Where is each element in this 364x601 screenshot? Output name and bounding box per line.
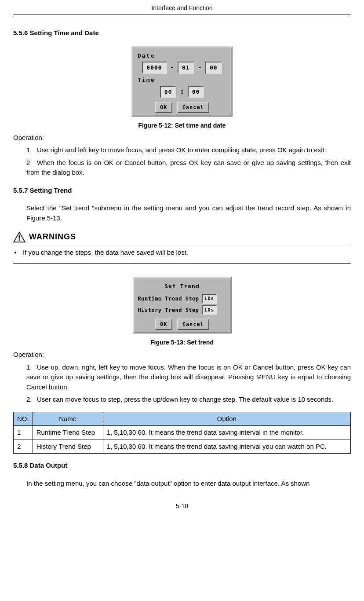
- td-no: 1: [14, 426, 33, 440]
- date-time-dialog: Date 0000 - 01 - 00 Time 00 : 00 OK Canc…: [131, 46, 233, 117]
- dialog-button-row: OK Cancel: [135, 102, 229, 113]
- date-sep-1: -: [170, 63, 174, 71]
- date-fields-row: 0000 - 01 - 00: [135, 62, 229, 74]
- warning-item: If you change the steps, the data have s…: [14, 248, 351, 258]
- heading-556: 5.5.6 Setting Time and Date: [13, 28, 351, 38]
- date-sep-2: -: [198, 63, 202, 71]
- warning-icon: [13, 232, 25, 242]
- runtime-trend-field[interactable]: 10s: [202, 294, 217, 304]
- runtime-trend-label: Runtime Trend Step: [138, 295, 199, 303]
- date-label: Date: [138, 51, 229, 60]
- hour-field[interactable]: 00: [160, 86, 177, 98]
- time-sep: :: [180, 88, 184, 95]
- month-field[interactable]: 01: [178, 62, 194, 74]
- page-footer: 5-10: [13, 502, 351, 511]
- th-no: NO.: [14, 412, 33, 426]
- table-row: 2 History Trend Step 1, 5,10,30,60. It m…: [14, 440, 351, 454]
- warnings-list: If you change the steps, the data have s…: [14, 248, 351, 258]
- td-no: 2: [14, 440, 33, 454]
- warnings-divider: [13, 263, 351, 264]
- page-header: Interface and Function: [13, 0, 351, 15]
- warnings-title: WARNINGS: [29, 231, 76, 243]
- figure-513-caption: Figure 5-13: Set trend: [13, 338, 351, 347]
- table-row: 1 Runtime Trend Step 1, 5,10,30,60. It m…: [14, 426, 351, 440]
- options-table: NO. Name Option 1 Runtime Trend Step 1, …: [13, 412, 351, 454]
- steps-556: 1.Use right and left key to move focus, …: [26, 145, 351, 178]
- history-trend-row: History Trend Step 10s: [138, 305, 226, 315]
- intro-558: In the setting menu, you can choose "dat…: [26, 479, 351, 489]
- figure-512-caption: Figure 5-12: Set time and date: [13, 121, 351, 130]
- td-name: Runtime Trend Step: [33, 426, 103, 440]
- history-trend-field[interactable]: 10s: [202, 305, 217, 315]
- th-name: Name: [33, 412, 103, 426]
- page-number: 5-10: [176, 502, 188, 509]
- svg-rect-1: [19, 235, 20, 238]
- day-field[interactable]: 00: [205, 62, 222, 74]
- time-fields-row: 00 : 00: [135, 86, 229, 98]
- warnings-header: WARNINGS: [13, 231, 351, 244]
- trend-ok-button[interactable]: OK: [155, 319, 172, 330]
- operation-label-556: Operation:: [13, 133, 351, 143]
- td-option: 1, 5,10,30,60. It means the trend data s…: [103, 440, 350, 454]
- steps-557: 1.Use up, down, right, left key to move …: [26, 363, 351, 405]
- figure-513-container: Set Trend Runtime Trend Step 10s History…: [13, 277, 351, 334]
- td-name: History Trend Step: [33, 440, 103, 454]
- step-557-1: 1.Use up, down, right, left key to move …: [26, 363, 351, 392]
- cancel-button[interactable]: Cancel: [177, 102, 209, 113]
- set-trend-title: Set Trend: [136, 282, 228, 291]
- heading-557: 5.5.7 Setting Trend: [13, 186, 351, 196]
- runtime-trend-row: Runtime Trend Step 10s: [138, 294, 226, 304]
- ok-button[interactable]: OK: [155, 102, 172, 113]
- step-556-2: 2.When the focus is on OK or Cancel butt…: [26, 158, 351, 178]
- th-option: Option: [103, 412, 350, 426]
- time-label: Time: [138, 76, 229, 84]
- minute-field[interactable]: 00: [188, 86, 204, 98]
- figure-512-container: Date 0000 - 01 - 00 Time 00 : 00 OK Canc…: [13, 46, 351, 117]
- warnings-box: WARNINGS If you change the steps, the da…: [13, 231, 351, 264]
- operation-label-557: Operation:: [13, 350, 351, 360]
- history-trend-label: History Trend Step: [138, 306, 199, 314]
- year-field[interactable]: 0000: [142, 62, 166, 74]
- heading-558: 5.5.8 Data Output: [13, 461, 351, 471]
- table-header-row: NO. Name Option: [14, 412, 351, 426]
- td-option: 1, 5,10,30,60. It means the trend data s…: [103, 426, 350, 440]
- step-557-2: 2.User can move focus to step, press the…: [26, 395, 351, 405]
- set-trend-dialog: Set Trend Runtime Trend Step 10s History…: [133, 277, 232, 334]
- svg-rect-2: [19, 239, 20, 241]
- trend-cancel-button[interactable]: Cancel: [177, 319, 209, 330]
- header-title: Interface and Function: [151, 4, 212, 11]
- step-556-1: 1.Use right and left key to move focus, …: [26, 145, 351, 155]
- trend-button-row: OK Cancel: [136, 319, 228, 330]
- intro-557: Select the "Set trend "submenu in the se…: [26, 203, 351, 223]
